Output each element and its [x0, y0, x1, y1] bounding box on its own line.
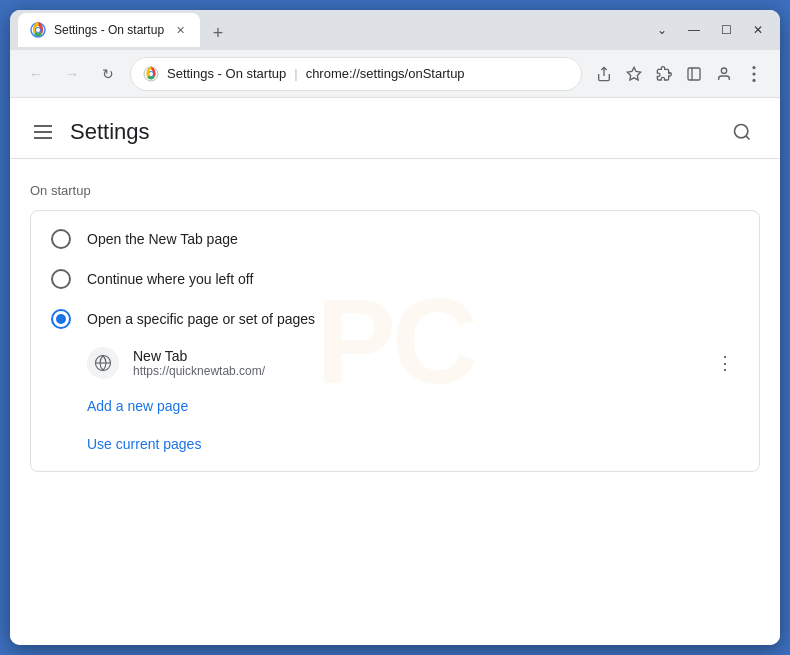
page-content: Settings On startup PC Open the — [10, 98, 780, 645]
svg-point-14 — [735, 125, 748, 138]
option-continue-label: Continue where you left off — [87, 271, 253, 287]
add-new-page-link[interactable]: Add a new page — [87, 398, 188, 414]
add-page-row: Add a new page — [31, 387, 759, 425]
profile-icon[interactable] — [710, 60, 738, 88]
bookmark-icon[interactable] — [620, 60, 648, 88]
radio-new-tab[interactable] — [51, 229, 71, 249]
option-specific-label: Open a specific page or set of pages — [87, 311, 315, 327]
chrome-icon — [143, 66, 159, 82]
option-continue[interactable]: Continue where you left off — [31, 259, 759, 299]
address-input[interactable]: Settings - On startup | chrome://setting… — [130, 57, 582, 91]
svg-point-12 — [752, 72, 755, 75]
page-info: New Tab https://quicknewtab.com/ — [133, 348, 697, 378]
startup-page-entry: New Tab https://quicknewtab.com/ ⋮ — [31, 339, 759, 387]
svg-point-13 — [752, 78, 755, 81]
maximize-button[interactable]: ☐ — [712, 16, 740, 44]
settings-title: Settings — [70, 119, 150, 145]
chrome-label: Settings - On startup — [167, 66, 286, 81]
hamburger-line-3 — [34, 137, 52, 139]
hamburger-icon[interactable] — [30, 118, 58, 146]
active-tab[interactable]: Settings - On startup ✕ — [18, 13, 200, 47]
globe-icon — [94, 354, 112, 372]
sidebar-icon[interactable] — [680, 60, 708, 88]
chevron-button[interactable]: ⌄ — [648, 16, 676, 44]
page-icon — [87, 347, 119, 379]
back-button[interactable]: ← — [22, 60, 50, 88]
browser-window: Settings - On startup ✕ + ⌄ — ☐ ✕ ← → ↻ — [10, 10, 780, 645]
tab-strip: Settings - On startup ✕ + — [18, 13, 642, 47]
use-current-pages-link[interactable]: Use current pages — [87, 436, 201, 452]
page-url: https://quicknewtab.com/ — [133, 364, 697, 378]
more-options-button[interactable]: ⋮ — [711, 349, 739, 377]
hamburger-line-1 — [34, 125, 52, 127]
svg-marker-7 — [627, 67, 640, 80]
option-new-tab-label: Open the New Tab page — [87, 231, 238, 247]
settings-body: On startup PC Open the New Tab page Cont… — [10, 159, 780, 496]
toolbar-icons — [590, 60, 768, 88]
forward-button[interactable]: → — [58, 60, 86, 88]
svg-rect-8 — [688, 68, 700, 80]
settings-title-wrap: Settings — [30, 118, 150, 146]
svg-point-6 — [149, 72, 153, 76]
radio-continue[interactable] — [51, 269, 71, 289]
page-name: New Tab — [133, 348, 697, 364]
settings-search-button[interactable] — [724, 114, 760, 150]
window-controls: ⌄ — ☐ ✕ — [648, 16, 772, 44]
minimize-button[interactable]: — — [680, 16, 708, 44]
menu-icon[interactable] — [740, 60, 768, 88]
svg-point-10 — [721, 68, 726, 73]
use-current-row: Use current pages — [31, 425, 759, 463]
tab-favicon — [30, 22, 46, 38]
close-button[interactable]: ✕ — [744, 16, 772, 44]
startup-card: PC Open the New Tab page Continue where … — [30, 210, 760, 472]
radio-specific[interactable] — [51, 309, 71, 329]
extensions-icon[interactable] — [650, 60, 678, 88]
section-label: On startup — [30, 183, 760, 198]
tab-title: Settings - On startup — [54, 23, 164, 37]
option-specific[interactable]: Open a specific page or set of pages — [31, 299, 759, 339]
url-display: chrome://settings/onStartup — [306, 66, 569, 81]
address-bar: ← → ↻ Settings - On startup | chrome://s… — [10, 50, 780, 98]
svg-point-11 — [752, 66, 755, 69]
title-bar: Settings - On startup ✕ + ⌄ — ☐ ✕ — [10, 10, 780, 50]
address-separator: | — [294, 66, 297, 81]
option-new-tab[interactable]: Open the New Tab page — [31, 219, 759, 259]
tab-close-button[interactable]: ✕ — [172, 22, 188, 38]
reload-button[interactable]: ↻ — [94, 60, 122, 88]
hamburger-line-2 — [34, 131, 52, 133]
svg-line-15 — [746, 136, 750, 140]
new-tab-button[interactable]: + — [204, 19, 232, 47]
settings-header: Settings — [10, 98, 780, 159]
share-icon[interactable] — [590, 60, 618, 88]
svg-point-3 — [36, 28, 40, 32]
